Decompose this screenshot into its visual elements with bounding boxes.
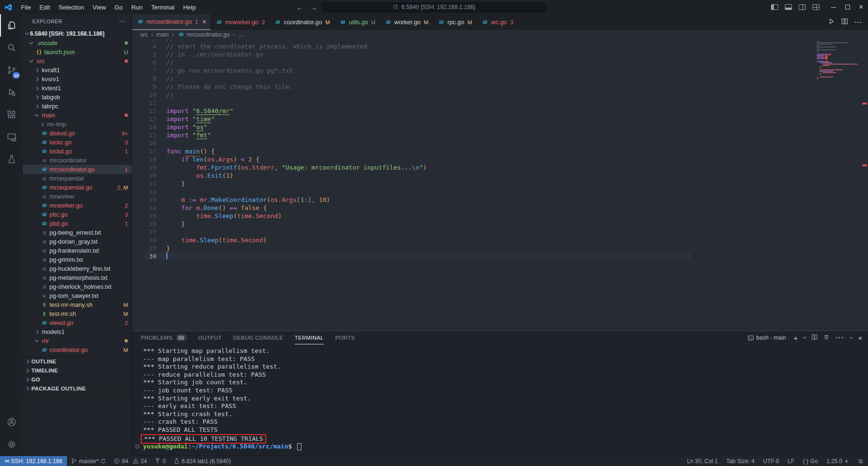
tree-file-test-mr-many-sh[interactable]: $test-mr-many.shM xyxy=(23,300,132,309)
breadcrumb-item--[interactable]: ... xyxy=(238,31,243,38)
eol-status[interactable]: LF xyxy=(783,456,799,466)
tree-folder-main[interactable]: main xyxy=(23,111,132,120)
tree-folder-src[interactable]: src xyxy=(23,57,132,66)
tree-file-mrcoordinator[interactable]: ≡mrcoordinator xyxy=(23,156,132,165)
settings-icon[interactable] xyxy=(0,433,23,456)
code-line-26[interactable]: 26 } xyxy=(132,220,868,228)
tree-file-lockc-go[interactable]: GOlockc.go3 xyxy=(23,138,132,147)
command-center-search[interactable]: 6.5840 [SSH: 192.168.1.186] xyxy=(322,2,546,12)
run-button[interactable] xyxy=(828,18,835,26)
terminal-dropdown-icon[interactable] xyxy=(803,335,806,339)
panel-tab-terminal[interactable]: TERMINAL xyxy=(295,331,324,344)
indentation-status[interactable]: Tab Size: 4 xyxy=(722,456,759,466)
panel-tab-problems[interactable]: PROBLEMS88 xyxy=(141,331,187,344)
maximize-panel-icon[interactable] xyxy=(849,337,853,340)
code-line-25[interactable]: 25 time.Sleep(time.Second) xyxy=(132,212,868,220)
minimize-button[interactable] xyxy=(827,0,840,14)
close-panel-icon[interactable]: × xyxy=(858,334,862,342)
tab-worker-go[interactable]: GOworker.goM xyxy=(380,14,434,30)
code-line-6[interactable]: 6// xyxy=(132,58,868,67)
toggle-sidebar-icon[interactable] xyxy=(768,0,781,14)
close-tab-icon[interactable]: × xyxy=(203,18,206,26)
terminal-instance[interactable]: bash - main xyxy=(748,334,786,341)
code-line-22[interactable]: 22 xyxy=(132,188,868,196)
remote-indicator[interactable]: >< SSH: 192.168.1.186 xyxy=(0,456,67,466)
breadcrumb-item-src[interactable]: src xyxy=(140,31,148,38)
tree-file-launch-json[interactable]: {}launch.jsonU xyxy=(23,48,132,57)
tree-folder--vscode[interactable]: .vscode xyxy=(23,38,132,48)
code-line-15[interactable]: 15import "fmt" xyxy=(132,131,868,139)
testing-icon[interactable] xyxy=(0,148,23,171)
tree-file-mrworker-go[interactable]: GOmrworker.go2 xyxy=(23,201,132,210)
code-line-14[interactable]: 14import "os" xyxy=(132,123,868,131)
editor-more-actions-icon[interactable]: ··· xyxy=(855,19,862,26)
tree-file-pg-dorian-gray-txt[interactable]: ≡pg-dorian_gray.txt xyxy=(23,237,132,246)
toggle-panel-icon[interactable] xyxy=(781,0,795,14)
code-line-11[interactable]: 11 xyxy=(132,99,868,107)
code-line-8[interactable]: 8// xyxy=(132,75,868,83)
breadcrumb-item-main[interactable]: main xyxy=(156,31,169,38)
overview-ruler[interactable] xyxy=(861,39,868,331)
tree-file-diskvd-go[interactable]: GOdiskvd.go9+ xyxy=(23,129,132,138)
encoding-status[interactable]: UTF-8 xyxy=(759,456,783,466)
tree-folder-mr-tmp[interactable]: mr-tmp xyxy=(23,120,132,129)
code-line-30[interactable]: 30 xyxy=(132,252,868,260)
language-mode[interactable]: { }Go xyxy=(799,456,822,466)
split-editor-button[interactable] xyxy=(841,18,848,26)
tree-file-viewd-go[interactable]: GOviewd.go2 xyxy=(23,318,132,327)
menu-help[interactable]: Help xyxy=(179,2,200,12)
minimap[interactable] xyxy=(817,41,860,81)
branch-status[interactable]: master* xyxy=(67,456,110,466)
tab-mrworker-go[interactable]: GOmrworker.go2 xyxy=(211,14,270,30)
sidebar-section-package-outline[interactable]: PACKAGE OUTLINE xyxy=(23,384,132,393)
panel-tab-output[interactable]: OUTPUT xyxy=(198,331,222,344)
panel-tab-debug-console[interactable]: DEBUG CONSOLE xyxy=(233,331,283,344)
tree-file-pg-tom-sawyer-txt[interactable]: ≡pg-tom_sawyer.txt xyxy=(23,291,132,300)
tree-folder-mr[interactable]: mr xyxy=(23,336,132,345)
tree-file-pg-frankenstein-txt[interactable]: ≡pg-frankenstein.txt xyxy=(23,246,132,255)
account-icon[interactable] xyxy=(0,411,23,433)
tree-folder-labrpc[interactable]: labrpc xyxy=(23,102,132,111)
menu-file[interactable]: File xyxy=(17,2,35,12)
code-line-29[interactable]: 29} xyxy=(132,244,868,252)
terminal-output[interactable]: *** Starting map parallelism test.--- ma… xyxy=(132,344,868,456)
sidebar-section-timeline[interactable]: TIMELINE xyxy=(23,366,132,375)
new-terminal-button[interactable]: + xyxy=(793,334,798,342)
tree-folder-kvraft1[interactable]: kvraft1 xyxy=(23,66,132,75)
go-version-status[interactable]: 1.25.0 xyxy=(822,456,853,466)
toggle-secondary-sidebar-icon[interactable] xyxy=(795,0,809,14)
tab-utils-go[interactable]: GOutils.goU xyxy=(335,14,380,30)
tree-file-pg-sherlock-holmes-txt[interactable]: ≡pg-sherlock_holmes.txt xyxy=(23,282,132,291)
code-line-21[interactable]: 21 } xyxy=(132,180,868,188)
split-terminal-button[interactable] xyxy=(811,333,818,342)
workspace-root-folder[interactable]: 6.5840 [SSH: 192.168.1.186] xyxy=(23,29,132,38)
code-line-17[interactable]: 17func main() { xyxy=(132,147,868,155)
tab-wc-go[interactable]: GOwc.go3 xyxy=(477,14,518,30)
code-line-18[interactable]: 18 if len(os.Args) < 2 { xyxy=(132,155,868,163)
remote-explorer-icon[interactable] xyxy=(0,126,23,148)
extensions-icon[interactable] xyxy=(0,104,23,126)
tree-file-pg-grimm-txt[interactable]: ≡pg-grimm.txt xyxy=(23,255,132,264)
breadcrumb-item-mrcoordinator-go[interactable]: GOmrcoordinator.go xyxy=(177,31,230,38)
sidebar-section-outline[interactable]: OUTLINE xyxy=(23,357,132,366)
search-icon[interactable] xyxy=(0,37,23,59)
menu-go[interactable]: Go xyxy=(111,2,126,12)
tree-file-pbc-go[interactable]: GOpbc.go3 xyxy=(23,210,132,219)
breadcrumb[interactable]: src›main›GOmrcoordinator.go›... xyxy=(132,30,868,39)
menu-terminal[interactable]: Terminal xyxy=(147,2,178,12)
tree-file-pg-huckleberry-finn-txt[interactable]: ≡pg-huckleberry_finn.txt xyxy=(23,264,132,273)
maximize-button[interactable] xyxy=(840,0,854,14)
tree-file-mrcoordinator-go[interactable]: GOmrcoordinator.go1 xyxy=(23,165,132,174)
problems-status[interactable]: 64 24 xyxy=(110,456,151,466)
tree-folder-labgob[interactable]: labgob xyxy=(23,93,132,102)
code-line-9[interactable]: 9// Please do not change this file. xyxy=(132,83,868,91)
menu-edit[interactable]: Edit xyxy=(36,2,54,12)
tree-file-pg-being-ernest-txt[interactable]: ≡pg-being_ernest.txt xyxy=(23,228,132,237)
back-arrow-icon[interactable]: ← xyxy=(296,3,303,11)
code-line-27[interactable]: 27 xyxy=(132,228,868,236)
customize-layout-icon[interactable] xyxy=(809,0,823,14)
tree-file-test-mr-sh[interactable]: $test-mr.shM xyxy=(23,309,132,318)
test-profile-status[interactable]: 6.824 lab1 (6.5840) xyxy=(170,456,235,466)
tab-coordinator-go[interactable]: GOcoordinator.goM xyxy=(270,14,335,30)
tree-file-lockd-go[interactable]: GOlockd.go1 xyxy=(23,147,132,156)
